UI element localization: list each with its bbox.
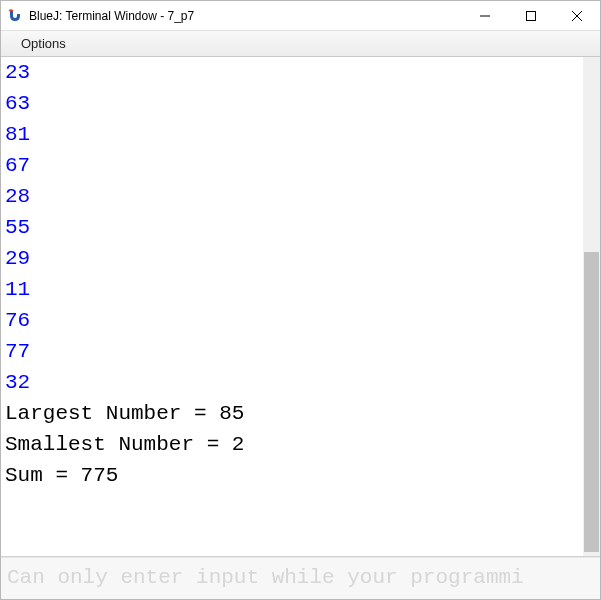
window-controls xyxy=(462,1,600,30)
title-bar: BlueJ: Terminal Window - 7_p7 xyxy=(1,1,600,31)
app-icon xyxy=(7,8,23,24)
input-hint-area[interactable]: Can only enter input while your programm… xyxy=(1,557,600,600)
terminal-output: 23 63 81 67 28 55 29 11 76 77 32 Largest… xyxy=(1,57,600,556)
menu-bar: Options xyxy=(1,31,600,57)
svg-rect-1 xyxy=(527,11,536,20)
maximize-button[interactable] xyxy=(508,1,554,30)
close-button[interactable] xyxy=(554,1,600,30)
menu-options[interactable]: Options xyxy=(15,34,72,53)
minimize-button[interactable] xyxy=(462,1,508,30)
window-title: BlueJ: Terminal Window - 7_p7 xyxy=(29,9,462,23)
scrollbar-thumb[interactable] xyxy=(584,252,599,552)
terminal-container: 23 63 81 67 28 55 29 11 76 77 32 Largest… xyxy=(1,57,600,557)
scrollbar[interactable] xyxy=(583,57,600,556)
